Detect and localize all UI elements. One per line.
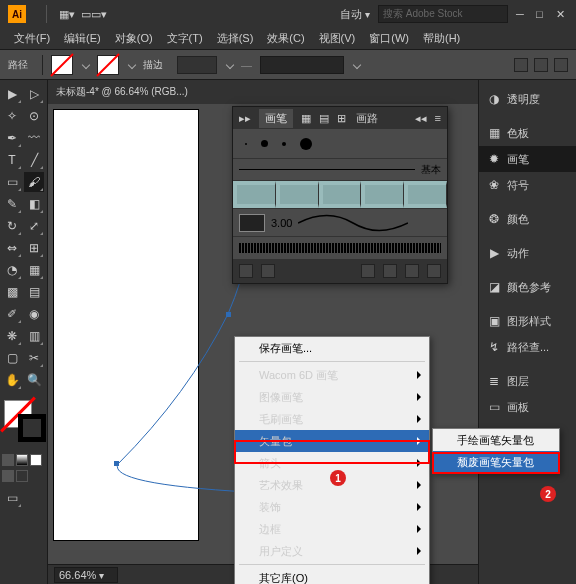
stroke-weight-input[interactable] [177,56,217,74]
zoom-dropdown[interactable]: 66.64% ▾ [54,567,118,583]
draw-mode-icon[interactable] [16,470,28,482]
delete-brush-icon[interactable] [427,264,441,278]
blend-tool[interactable]: ◉ [24,304,44,324]
menu-arrows[interactable]: 箭头 [235,452,429,474]
panel-icon[interactable]: ▦ [301,112,311,125]
profile-dropdown[interactable] [260,56,344,74]
perspective-tool[interactable]: ▦ [24,260,44,280]
free-transform-tool[interactable]: ⊞ [24,238,44,258]
panel-brushes[interactable]: ✹画笔 [479,146,576,172]
panel-artboards[interactable]: ▭画板 [479,394,576,420]
panel-transparency[interactable]: ◑透明度 [479,86,576,112]
panel-icon[interactable]: ▤ [319,112,329,125]
minimize-icon[interactable]: ─ [516,8,528,20]
remove-stroke-icon[interactable] [361,264,375,278]
screen-mode-icon[interactable] [2,470,14,482]
workspace-dropdown[interactable]: 自动 ▾ [340,7,370,22]
align-icon[interactable] [514,58,528,72]
fill-stroke-control[interactable] [2,400,45,448]
menu-type[interactable]: 文字(T) [161,29,209,48]
submenu-grunge[interactable]: 颓废画笔矢量包 [433,451,559,473]
menu-file[interactable]: 文件(F) [8,29,56,48]
menu-save-brushes[interactable]: 保存画笔... [235,337,429,359]
brushes-tab[interactable]: 画笔 [259,109,293,128]
pattern-brush-row[interactable] [233,181,447,209]
panel-menu-icon[interactable]: ≡ [435,112,441,124]
document-tab[interactable]: 未标题-4* @ 66.64% (RGB...) [48,80,478,104]
panel-pathfinder[interactable]: ↯路径查... [479,334,576,360]
color-mode-gradient[interactable] [16,454,28,466]
menu-effect[interactable]: 效果(C) [261,29,310,48]
rectangle-tool[interactable]: ▭ [2,172,22,192]
maximize-icon[interactable]: □ [536,8,548,20]
panel-layers[interactable]: ≣图层 [479,368,576,394]
artboard-tool[interactable]: ▢ [2,348,22,368]
paintbrush-tool[interactable]: 🖌 [24,172,44,192]
brush-options-icon[interactable] [383,264,397,278]
column-graph-tool[interactable]: ▥ [24,326,44,346]
hand-tool[interactable]: ✋ [2,370,22,390]
menu-other-library[interactable]: 其它库(O) [235,567,429,584]
stroke-swatch[interactable] [97,55,119,75]
menu-wacom-6d[interactable]: Wacom 6D 画笔 [235,364,429,386]
zoom-tool[interactable]: 🔍 [24,370,44,390]
menu-image-brushes[interactable]: 图像画笔 [235,386,429,408]
transform-icon[interactable] [534,58,548,72]
menu-borders[interactable]: 边框 [235,518,429,540]
menu-edit[interactable]: 编辑(E) [58,29,107,48]
shape-builder-tool[interactable]: ◔ [2,260,22,280]
panel-actions[interactable]: ▶动作 [479,240,576,266]
menu-view[interactable]: 视图(V) [313,29,362,48]
library-menu-icon[interactable] [261,264,275,278]
lasso-tool[interactable]: ⊙ [24,106,44,126]
menu-help[interactable]: 帮助(H) [417,29,466,48]
fill-swatch[interactable] [51,55,73,75]
menu-select[interactable]: 选择(S) [211,29,260,48]
type-tool[interactable]: T [2,150,22,170]
line-tool[interactable]: ╱ [24,150,44,170]
slice-tool[interactable]: ✂ [24,348,44,368]
submenu-handdrawn[interactable]: 手绘画笔矢量包 [433,429,559,451]
panel-color-guide[interactable]: ◪颜色参考 [479,274,576,300]
search-input[interactable]: 搜索 Adobe Stock [378,5,508,23]
panel-expand-icon[interactable]: ▸▸ [239,112,251,125]
symbol-sprayer-tool[interactable]: ❋ [2,326,22,346]
shaper-tool[interactable]: ✎ [2,194,22,214]
eyedropper-tool[interactable]: ✐ [2,304,22,324]
layout-icon[interactable]: ▭▭▾ [81,8,107,21]
panel-icon[interactable]: ⊞ [337,112,346,125]
magic-wand-tool[interactable]: ✧ [2,106,22,126]
basic-brush-row[interactable]: 基本 [233,159,447,181]
color-mode-normal[interactable] [2,454,14,466]
bristle-brush-row[interactable] [233,237,447,259]
menu-decorative[interactable]: 装饰 [235,496,429,518]
mesh-tool[interactable]: ▩ [2,282,22,302]
panel-tab2[interactable]: 画路 [356,111,378,126]
scale-tool[interactable]: ⤢ [24,216,44,236]
panel-collapse-icon[interactable]: ◂◂ [415,112,427,125]
rotate-tool[interactable]: ↻ [2,216,22,236]
curvature-tool[interactable]: 〰 [24,128,44,148]
width-tool[interactable]: ⇔ [2,238,22,258]
eraser-tool[interactable]: ◧ [24,194,44,214]
art-brush-row[interactable]: 3.00 [233,209,447,237]
menu-icon[interactable] [554,58,568,72]
selection-tool[interactable]: ▶ [2,84,22,104]
panel-symbols[interactable]: ❀符号 [479,172,576,198]
pen-tool[interactable]: ✒ [2,128,22,148]
gradient-tool[interactable]: ▤ [24,282,44,302]
menu-bristle-brushes[interactable]: 毛刷画笔 [235,408,429,430]
bridge-icon[interactable]: ▦▾ [59,8,75,21]
menu-object[interactable]: 对象(O) [109,29,159,48]
color-mode-none[interactable] [30,454,42,466]
library-icon[interactable] [239,264,253,278]
close-icon[interactable]: ✕ [556,8,568,20]
panel-color[interactable]: ❂颜色 [479,206,576,232]
new-brush-icon[interactable] [405,264,419,278]
calligraphic-brushes-row[interactable] [233,129,447,159]
menu-user-defined[interactable]: 用户定义 [235,540,429,562]
menu-vector-packs[interactable]: 矢量包 [235,430,429,452]
menu-window[interactable]: 窗口(W) [363,29,415,48]
direct-selection-tool[interactable]: ▷ [24,84,44,104]
panel-swatches[interactable]: ▦色板 [479,120,576,146]
